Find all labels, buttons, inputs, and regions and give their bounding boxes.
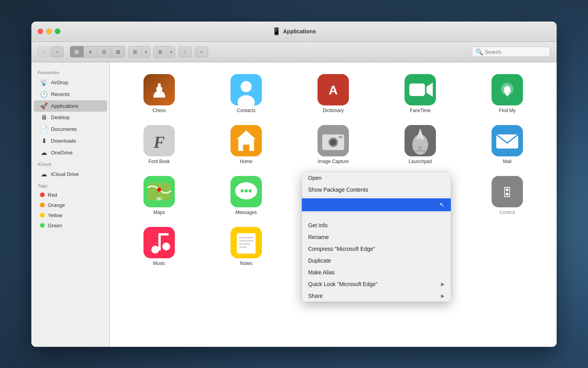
svg-text:3D: 3D xyxy=(156,196,162,201)
app-messages[interactable]: Messages xyxy=(205,172,288,219)
context-menu-share[interactable]: Quick Look "Microsoft Edge" ▶ xyxy=(302,278,451,290)
app-imagecapture[interactable]: Image Capture xyxy=(292,121,375,168)
context-menu-rename-label: Get Info xyxy=(308,222,328,228)
sidebar-item-tag-yellow-label: Yellow xyxy=(48,212,62,218)
app-music[interactable]: Music xyxy=(118,223,201,270)
app-launchpad[interactable]: Launchpad xyxy=(379,121,462,168)
title-bar: 📱 Applications xyxy=(31,22,557,42)
share-button[interactable]: ↑ xyxy=(178,46,192,57)
share-arrow-icon: ▶ xyxy=(441,281,445,287)
sidebar-item-tag-green[interactable]: Green xyxy=(34,221,107,230)
context-menu-show-package-label: Show Package Contents xyxy=(308,187,368,193)
sidebar-item-recents[interactable]: 🕐 Recents xyxy=(34,89,107,100)
app-maps[interactable]: 3D Maps xyxy=(118,172,201,219)
context-menu-show-package[interactable]: Show Package Contents xyxy=(302,184,451,196)
context-menu-quick-look-label: Make Alias xyxy=(308,269,335,276)
svg-rect-54 xyxy=(239,237,253,238)
sidebar-item-desktop[interactable]: 🖥 Desktop xyxy=(34,112,107,123)
search-bar[interactable]: 🔍 xyxy=(472,47,550,57)
back-button[interactable]: ‹ xyxy=(38,46,50,57)
context-menu-share-label: Quick Look "Microsoft Edge" xyxy=(308,281,377,287)
sidebar-item-tag-red[interactable]: Red xyxy=(34,190,107,200)
app-chess[interactable]: ♟ Chess xyxy=(118,70,201,117)
context-menu-get-info[interactable] xyxy=(302,214,451,219)
sidebar-item-tag-red-label: Red xyxy=(48,192,57,198)
close-button[interactable] xyxy=(38,29,43,34)
sidebar-item-airdrop[interactable]: 📡 AirDrop xyxy=(34,77,107,88)
context-menu-duplicate[interactable]: Compress "Microsoft Edge" xyxy=(302,243,451,255)
notes-icon xyxy=(230,227,262,258)
svg-rect-57 xyxy=(239,247,247,248)
context-menu-separator-2 xyxy=(302,212,451,213)
findmy-icon xyxy=(492,74,523,105)
svg-point-21 xyxy=(330,139,336,145)
app-control[interactable]: 🎛 Control xyxy=(466,172,549,219)
context-menu-make-alias[interactable]: Duplicate xyxy=(302,255,451,266)
imagecapture-icon xyxy=(318,125,349,156)
search-input[interactable] xyxy=(485,49,547,55)
applications-icon: 🚀 xyxy=(40,102,48,110)
app-findmy[interactable]: Find My xyxy=(466,70,549,117)
app-mail[interactable]: Mail xyxy=(466,121,549,168)
view-icon-button[interactable]: ⊞ xyxy=(70,46,83,57)
forward-button[interactable]: › xyxy=(51,46,64,57)
documents-icon: 📄 xyxy=(40,125,48,133)
back-icon: ‹ xyxy=(43,49,45,55)
tags-header: Tags xyxy=(31,180,109,190)
svg-rect-27 xyxy=(415,150,426,152)
svg-point-32 xyxy=(157,188,161,192)
app-facetime[interactable]: FaceTime xyxy=(379,70,462,117)
svg-point-48 xyxy=(151,246,159,254)
desktop-icon: 🖥 xyxy=(40,114,48,121)
sidebar-item-recents-label: Recents xyxy=(51,91,70,97)
sidebar-item-onedrive[interactable]: ☁ OneDrive xyxy=(34,147,107,158)
sidebar-item-onedrive-label: OneDrive xyxy=(51,150,73,156)
maximize-button[interactable] xyxy=(55,29,60,34)
svg-text:F: F xyxy=(153,133,165,151)
toolbar: ‹ › ⊞ ≡ ⊟ ⊠ ⊞ ▾ ⚙ ▾ ↑ ○ 🔍 xyxy=(31,42,557,62)
sidebar-item-icloud-drive[interactable]: ☁ iCloud Drive xyxy=(34,169,107,180)
svg-point-36 xyxy=(241,189,244,192)
tags-button[interactable]: ○ xyxy=(195,46,208,57)
view-arrange-button[interactable]: ⊞ xyxy=(129,46,142,57)
context-menu-open-label: Open xyxy=(308,175,321,181)
sidebar-item-tag-orange[interactable]: Orange xyxy=(34,200,107,210)
view-gallery-button[interactable]: ⊠ xyxy=(111,46,125,57)
view-list-button[interactable]: ≡ xyxy=(84,46,97,57)
app-fontbook[interactable]: F Font Book xyxy=(118,121,201,168)
context-menu-quick-look[interactable]: Make Alias xyxy=(302,266,451,278)
view-column-button[interactable]: ⊟ xyxy=(98,46,111,57)
context-menu-rename[interactable]: Get Info xyxy=(302,219,451,231)
window-title-area: 📱 Applications xyxy=(272,27,316,36)
sidebar-item-applications[interactable]: 🚀 Applications xyxy=(34,100,107,112)
app-contacts[interactable]: Contacts xyxy=(205,70,288,117)
sidebar-item-documents[interactable]: 📄 Documents xyxy=(34,123,107,135)
mail-icon xyxy=(492,125,523,156)
context-menu-open[interactable]: Open xyxy=(302,172,451,184)
fontbook-icon: F xyxy=(143,125,175,156)
sidebar-item-tag-yellow[interactable]: Yellow xyxy=(34,210,107,220)
action-dropdown[interactable]: ▾ xyxy=(167,46,175,57)
window-title-icon: 📱 xyxy=(272,27,281,36)
minimize-button[interactable] xyxy=(46,29,52,34)
svg-point-38 xyxy=(249,189,252,192)
action-button[interactable]: ⚙ xyxy=(154,46,167,57)
notes-label: Notes xyxy=(240,261,252,266)
app-home[interactable]: Home xyxy=(205,121,288,168)
svg-point-37 xyxy=(245,189,248,192)
sidebar-item-airdrop-label: AirDrop xyxy=(51,80,68,85)
messages-icon xyxy=(230,176,262,207)
context-menu: Open Show Package Contents ↖ xyxy=(302,172,451,302)
svg-text:A: A xyxy=(328,83,338,97)
svg-rect-55 xyxy=(239,240,253,241)
context-menu-compress[interactable]: Rename xyxy=(302,231,451,243)
view-arrange-dropdown[interactable]: ▾ xyxy=(142,46,150,57)
sidebar-item-downloads[interactable]: ⬇ Downloads xyxy=(34,135,107,147)
app-notes[interactable]: Notes xyxy=(205,223,288,270)
music-icon xyxy=(143,227,175,258)
app-dictionary[interactable]: A Dictionary xyxy=(292,70,375,117)
messages-label: Messages xyxy=(236,210,257,215)
context-menu-quick-actions[interactable]: Share ▶ xyxy=(302,290,451,302)
context-menu-move-to-bin[interactable]: ↖ xyxy=(302,198,451,211)
sidebar-item-tag-orange-label: Orange xyxy=(48,202,65,208)
